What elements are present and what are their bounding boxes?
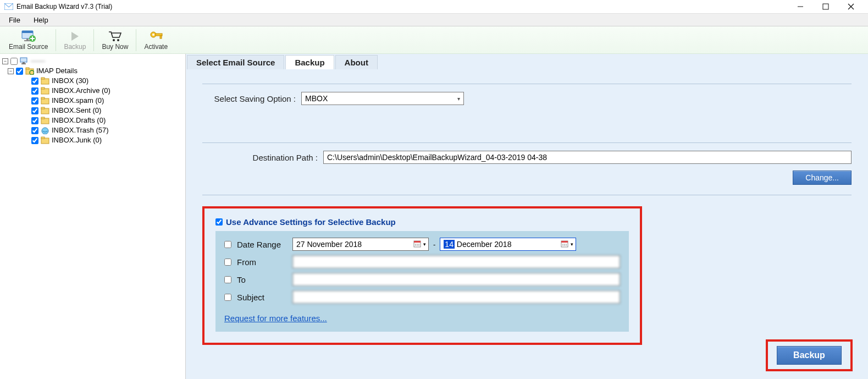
divider xyxy=(202,195,852,195)
tree-item-label: INBOX.Drafts (0) xyxy=(52,116,106,125)
minimize-button[interactable] xyxy=(788,0,813,13)
folder-tree[interactable]: − —— − IMAP Details xyxy=(1,56,184,145)
folder-icon xyxy=(41,77,49,85)
tree-item[interactable]: INBOX (30) xyxy=(23,76,184,86)
date-from-day: 27 xyxy=(296,240,305,249)
svg-rect-17 xyxy=(156,34,162,36)
chevron-down-icon: ▾ xyxy=(423,241,426,247)
tree-item-label: INBOX.Trash (57) xyxy=(52,125,109,135)
buy-now-button[interactable]: Buy Now xyxy=(96,29,134,52)
tree-item-label: INBOX.Sent (0) xyxy=(52,106,101,116)
date-range-checkbox[interactable] xyxy=(224,241,231,248)
svg-rect-2 xyxy=(823,4,828,9)
tree-checkbox[interactable] xyxy=(10,58,18,65)
tree-checkbox[interactable] xyxy=(31,137,38,144)
date-from-rest: November 2018 xyxy=(305,240,362,249)
request-features-link[interactable]: Request for more features... xyxy=(224,314,327,323)
toolbar-label: Activate xyxy=(144,43,168,51)
trash-icon xyxy=(41,127,49,134)
tab-backup[interactable]: Backup xyxy=(285,55,334,69)
tree-checkbox[interactable] xyxy=(31,107,38,114)
computer-icon xyxy=(20,57,29,65)
date-to-day: 14 xyxy=(444,240,455,249)
date-from-picker[interactable]: 27 November 2018 ▾ xyxy=(292,238,429,251)
folder-icon xyxy=(41,107,49,114)
svg-rect-20 xyxy=(23,62,25,63)
tree-item[interactable]: INBOX.Archive (0) xyxy=(23,86,184,96)
backup-toolbar-button[interactable]: Backup xyxy=(58,29,91,52)
toolbar: Email Source Backup Buy Now Activate xyxy=(0,26,868,54)
svg-rect-7 xyxy=(26,39,29,40)
date-separator: - xyxy=(433,240,435,249)
titlebar: Email Backup Wizard v7.3 (Trial) xyxy=(0,0,868,13)
saving-option-select[interactable]: MBOX ▾ xyxy=(301,92,464,105)
activate-button[interactable]: Activate xyxy=(139,29,173,52)
toolbar-separator xyxy=(136,29,136,51)
menu-help[interactable]: Help xyxy=(28,15,54,25)
advance-highlight-box: Use Advance Settings for Selective Backu… xyxy=(202,206,642,345)
svg-rect-19 xyxy=(20,58,27,62)
folder-icon xyxy=(41,97,49,105)
tree-checkbox[interactable] xyxy=(31,78,38,85)
collapse-icon[interactable]: − xyxy=(2,58,8,64)
tree-checkbox[interactable] xyxy=(31,97,38,105)
tab-about[interactable]: About xyxy=(335,55,378,69)
svg-rect-32 xyxy=(41,107,45,109)
tree-root-label: —— xyxy=(31,56,45,66)
subject-checkbox[interactable] xyxy=(224,294,231,301)
tree-item-label: INBOX.Junk (0) xyxy=(52,135,102,145)
svg-rect-34 xyxy=(41,117,45,119)
folder-sync-icon xyxy=(25,67,34,75)
subject-row: Subject xyxy=(224,290,620,304)
dest-path-input[interactable] xyxy=(323,151,852,164)
tree-root[interactable]: − —— xyxy=(2,56,184,66)
tree-item[interactable]: INBOX.spam (0) xyxy=(23,96,184,106)
menu-file[interactable]: File xyxy=(3,15,26,25)
folder-icon xyxy=(41,87,49,95)
divider xyxy=(202,142,852,143)
tab-select-source[interactable]: Select Email Source xyxy=(187,55,284,69)
advance-header: Use Advance Settings for Selective Backu… xyxy=(215,217,629,227)
cart-icon xyxy=(108,30,121,43)
advance-header-label: Use Advance Settings for Selective Backu… xyxy=(226,217,396,227)
tree-checkbox[interactable] xyxy=(31,117,38,124)
svg-rect-37 xyxy=(41,137,45,139)
change-row: Change... xyxy=(202,171,852,185)
tree-imap[interactable]: − IMAP Details xyxy=(8,66,184,76)
svg-rect-21 xyxy=(21,63,26,64)
tree-item[interactable]: INBOX.Sent (0) xyxy=(23,106,184,116)
tree-item[interactable]: INBOX.Drafts (0) xyxy=(23,116,184,125)
backup-button[interactable]: Backup xyxy=(777,346,842,365)
to-checkbox[interactable] xyxy=(224,276,231,283)
to-input[interactable] xyxy=(292,273,620,286)
collapse-icon[interactable]: − xyxy=(8,68,14,74)
backup-panel: Select Saving Option : MBOX ▾ Destinatio… xyxy=(186,69,868,356)
subject-input[interactable] xyxy=(292,290,620,304)
calendar-icon xyxy=(413,240,422,249)
from-checkbox[interactable] xyxy=(224,259,231,266)
close-button[interactable] xyxy=(838,0,864,13)
tree-checkbox[interactable] xyxy=(31,127,38,134)
tree-item[interactable]: INBOX.Trash (57) xyxy=(23,125,184,135)
svg-rect-26 xyxy=(41,78,45,79)
email-source-button[interactable]: Email Source xyxy=(3,29,53,52)
date-to-rest: December 2018 xyxy=(455,240,512,249)
advance-body: Date Range 27 November 2018 ▾ - xyxy=(215,231,629,332)
toolbar-label: Backup xyxy=(64,43,86,51)
from-input[interactable] xyxy=(292,255,620,268)
date-to-picker[interactable]: 14 December 2018 ▾ xyxy=(440,238,576,251)
window-title: Email Backup Wizard v7.3 (Trial) xyxy=(16,3,112,10)
from-label: From xyxy=(237,257,256,267)
tree-item[interactable]: INBOX.Junk (0) xyxy=(23,135,184,145)
maximize-button[interactable] xyxy=(813,0,838,13)
svg-marker-12 xyxy=(71,32,79,41)
folder-icon xyxy=(41,117,49,124)
toolbar-label: Buy Now xyxy=(102,43,128,51)
chevron-down-icon: ▾ xyxy=(457,96,460,102)
saving-option-label: Select Saving Option : xyxy=(202,94,301,103)
change-button[interactable]: Change... xyxy=(793,171,852,185)
tree-checkbox[interactable] xyxy=(16,68,23,75)
calendar-icon xyxy=(561,240,570,249)
advance-toggle-checkbox[interactable] xyxy=(215,218,223,226)
tree-checkbox[interactable] xyxy=(31,87,38,95)
